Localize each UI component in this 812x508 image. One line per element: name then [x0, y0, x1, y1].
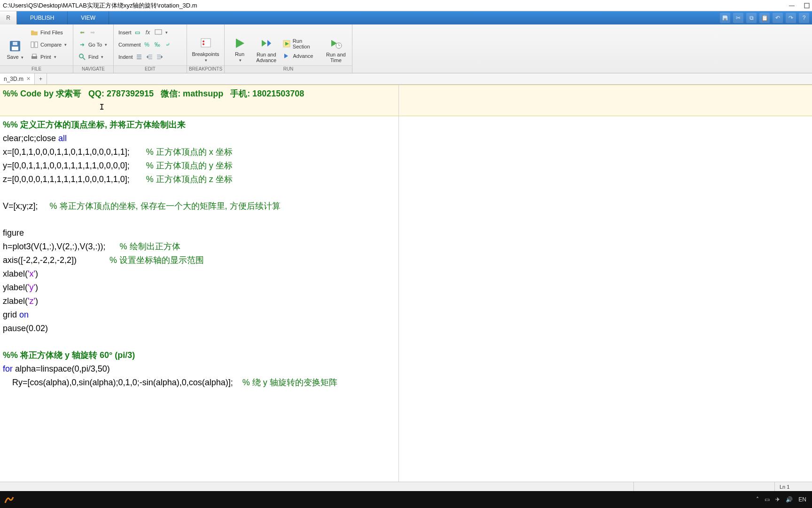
code-text: clear;clc;close [3, 134, 58, 143]
redo-icon[interactable]: ↷ [786, 13, 796, 23]
print-icon [30, 53, 39, 61]
svg-rect-6 [35, 42, 38, 48]
insert-dropdown-icon[interactable] [154, 28, 163, 37]
undo-icon[interactable]: ↶ [773, 13, 783, 23]
svg-rect-3 [12, 47, 18, 50]
svg-marker-15 [236, 39, 244, 48]
status-line-col: Ln 1 [774, 482, 812, 491]
code-text: ylabel( [3, 283, 28, 292]
nav-back-forward[interactable]: ⬅ ➡ [77, 26, 108, 39]
ribbon: Save ▾ Find Files Compare▾ Print▾ FILE [0, 24, 812, 73]
help-icon[interactable]: ? [799, 13, 809, 23]
compare-icon [30, 40, 39, 49]
comment-percent-icon[interactable]: % [143, 40, 151, 49]
cut-icon[interactable]: ✂ [733, 13, 743, 23]
window-maximize-button[interactable] [804, 2, 810, 9]
back-arrow-icon: ⬅ [78, 28, 86, 37]
tray-chevron-icon[interactable]: ˄ [756, 496, 759, 503]
find-files-button[interactable]: Find Files [29, 26, 68, 39]
code-text: figure [3, 228, 24, 238]
tray-volume-icon[interactable]: 🔊 [786, 496, 793, 503]
code-text: ) [35, 283, 38, 292]
new-tab-button[interactable]: + [35, 73, 47, 84]
svg-rect-0 [804, 3, 809, 8]
code-string: 'x' [28, 269, 35, 278]
tray-airplane-icon[interactable]: ✈ [775, 496, 780, 503]
svg-point-14 [203, 43, 204, 45]
ribbon-tab-view[interactable]: VIEW [68, 11, 109, 24]
insert-button[interactable]: Insert ▭ fx ▾ [117, 26, 173, 39]
indent-button[interactable]: Indent [117, 51, 173, 63]
code-text: x=[0,1,1,0,0,0,1,1,0,1,1,0,0,0,1,1]; [3, 147, 146, 157]
find-button[interactable]: Find▾ [77, 51, 108, 63]
code-text: V=[x;y;z]; [3, 201, 50, 211]
code-text: ) [35, 296, 38, 306]
goto-button[interactable]: ➜ Go To▾ [77, 39, 108, 51]
code-comment: % 绕 y 轴旋转的变换矩阵 [242, 378, 337, 387]
ribbon-group-title-edit: EDIT [114, 65, 187, 73]
system-tray: ˄ ▭ ✈ 🔊 EN [756, 496, 809, 503]
code-editor[interactable]: %% Code by 求索哥 QQ: 2787392915 微信: mathsu… [0, 85, 812, 482]
code-text: Ry=[cos(alpha),0,sin(alpha);0,1,0;-sin(a… [3, 378, 242, 387]
ribbon-group-run: Run▾ Run and Advance Run Section Advance… [225, 24, 352, 73]
svg-rect-11 [155, 30, 162, 34]
svg-rect-8 [32, 54, 36, 56]
ribbon-group-edit: Insert ▭ fx ▾ Comment % ‰ ⤶ Indent [114, 24, 187, 73]
tray-battery-icon[interactable]: ▭ [765, 496, 770, 503]
insert-fx-icon[interactable]: fx [144, 28, 152, 37]
advance-button[interactable]: Advance [281, 50, 320, 62]
ribbon-tab-publish[interactable]: PUBLISH [17, 11, 68, 24]
compare-button[interactable]: Compare▾ [29, 39, 68, 51]
run-advance-icon [259, 37, 273, 51]
window-titlebar: C:\Users\QS\Desktop\MATLAB实现正方体绕xyz轴的旋转\… [0, 0, 812, 11]
svg-rect-5 [31, 42, 34, 48]
code-comment: % 绘制出正方体 [120, 242, 180, 251]
tray-language[interactable]: EN [798, 496, 806, 503]
copy-icon[interactable]: ⧉ [746, 13, 757, 23]
ribbon-group-navigate: ⬅ ➡ ➜ Go To▾ Find▾ NAVIGATE [73, 24, 114, 73]
forward-arrow-icon: ➡ [88, 28, 97, 37]
file-tab-rotation3d[interactable]: n_3D.m ✕ [0, 73, 35, 84]
insert-section-icon[interactable]: ▭ [133, 28, 142, 37]
code-text: grid [3, 310, 19, 319]
window-title: C:\Users\QS\Desktop\MATLAB实现正方体绕xyz轴的旋转\… [3, 1, 197, 10]
code-section-header: %% 定义正方体的顶点坐标, 并将正方体绘制出来 [3, 120, 186, 129]
wrap-comment-icon[interactable]: ⤶ [164, 40, 172, 49]
svg-rect-4 [13, 42, 17, 45]
run-time-icon [329, 37, 343, 51]
svg-rect-1 [724, 18, 726, 20]
goto-icon: ➜ [78, 40, 86, 49]
code-comment: % 正方体顶点的 x 坐标 [146, 147, 233, 157]
status-cell-info [633, 482, 774, 491]
windows-taskbar: ˄ ▭ ✈ 🔊 EN [0, 491, 812, 508]
ribbon-tabstrip: R PUBLISH VIEW ✂ ⧉ 📋 ↶ ↷ ? [0, 11, 812, 24]
save-icon[interactable] [720, 13, 730, 23]
indent-more-icon[interactable] [145, 53, 154, 61]
ribbon-group-title-file: FILE [0, 65, 73, 73]
ribbon-tab-editor[interactable]: R [0, 11, 17, 24]
code-text: ) [35, 269, 38, 278]
indent-icon[interactable] [135, 53, 143, 61]
paste-icon[interactable]: 📋 [759, 13, 770, 23]
code-text: y=[0,0,1,1,1,0,0,1,1,1,1,1,0,0,0,0]; [3, 161, 146, 170]
taskbar-matlab-icon[interactable] [3, 493, 15, 506]
svg-point-9 [79, 54, 83, 58]
close-tab-icon[interactable]: ✕ [26, 76, 31, 82]
run-section-button[interactable]: Run Section [281, 38, 320, 50]
uncomment-icon[interactable]: ‰ [153, 40, 162, 49]
comment-button[interactable]: Comment % ‰ ⤶ [117, 39, 173, 51]
svg-rect-12 [201, 39, 211, 47]
advance-icon [282, 52, 291, 60]
code-comment: % 正方体顶点的 z 坐标 [146, 175, 233, 184]
file-tab-label: n_3D.m [4, 76, 23, 82]
code-keyword: all [58, 134, 67, 143]
code-text: pause(0.02) [3, 324, 48, 333]
svg-marker-16 [262, 40, 266, 47]
indent-less-icon[interactable] [156, 53, 164, 61]
ribbon-group-title-run: RUN [225, 65, 352, 73]
svg-point-13 [203, 40, 204, 42]
ribbon-group-title-navigate: NAVIGATE [73, 65, 113, 73]
print-button[interactable]: Print▾ [29, 51, 68, 63]
window-minimize-button[interactable]: — [789, 2, 795, 9]
code-text: axis([-2,2,-2,2,-2,2]) [3, 255, 109, 265]
